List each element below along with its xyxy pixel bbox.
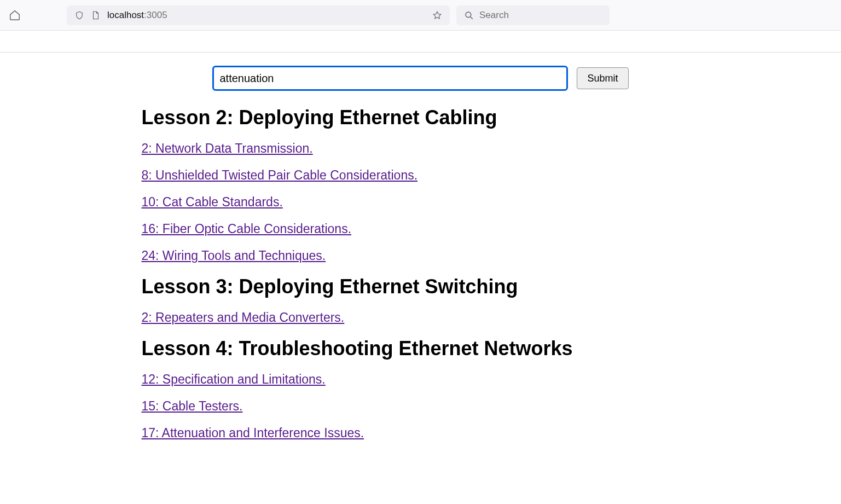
bookmarks-bar bbox=[0, 31, 841, 53]
list-item: 2: Network Data Transmission. bbox=[142, 141, 700, 156]
submit-button[interactable]: Submit bbox=[577, 67, 628, 89]
search-icon bbox=[464, 10, 474, 20]
section-heading: Lesson 3: Deploying Ethernet Switching bbox=[142, 275, 700, 298]
page-content: Submit Lesson 2: Deploying Ethernet Cabl… bbox=[120, 53, 722, 464]
list-item: 12: Specification and Limitations. bbox=[142, 372, 700, 387]
browser-toolbar: localhost:3005 Search bbox=[0, 0, 841, 31]
page-icon bbox=[91, 10, 101, 20]
search-input[interactable] bbox=[212, 66, 568, 91]
result-link[interactable]: 15: Cable Testers. bbox=[142, 399, 243, 413]
result-link[interactable]: 16: Fiber Optic Cable Considerations. bbox=[142, 222, 352, 236]
section-heading: Lesson 4: Troubleshooting Ethernet Netwo… bbox=[142, 337, 700, 360]
list-item: 16: Fiber Optic Cable Considerations. bbox=[142, 222, 700, 236]
bookmark-star-icon[interactable] bbox=[432, 10, 442, 20]
browser-search-placeholder: Search bbox=[479, 10, 509, 21]
shield-icon bbox=[74, 10, 84, 20]
list-item: 10: Cat Cable Standards. bbox=[142, 195, 700, 210]
url-host: localhost bbox=[107, 10, 144, 20]
list-item: 15: Cable Testers. bbox=[142, 399, 700, 414]
result-link[interactable]: 10: Cat Cable Standards. bbox=[142, 195, 283, 209]
home-icon[interactable] bbox=[9, 9, 21, 21]
result-link[interactable]: 8: Unshielded Twisted Pair Cable Conside… bbox=[142, 168, 418, 182]
result-link[interactable]: 2: Repeaters and Media Converters. bbox=[142, 310, 345, 325]
url-port: :3005 bbox=[144, 10, 167, 20]
results: Lesson 2: Deploying Ethernet Cabling 2: … bbox=[142, 106, 700, 441]
result-link[interactable]: 2: Network Data Transmission. bbox=[142, 141, 313, 155]
url-bar[interactable]: localhost:3005 bbox=[67, 5, 450, 25]
url-text: localhost:3005 bbox=[107, 10, 426, 21]
browser-search-bar[interactable]: Search bbox=[456, 5, 610, 25]
section-heading: Lesson 2: Deploying Ethernet Cabling bbox=[142, 106, 700, 129]
result-link[interactable]: 12: Specification and Limitations. bbox=[142, 372, 326, 386]
list-item: 2: Repeaters and Media Converters. bbox=[142, 310, 700, 325]
svg-line-1 bbox=[471, 17, 473, 19]
list-item: 24: Wiring Tools and Techniques. bbox=[142, 248, 700, 263]
result-link[interactable]: 17: Attenuation and Interference Issues. bbox=[142, 426, 364, 440]
list-item: 8: Unshielded Twisted Pair Cable Conside… bbox=[142, 168, 700, 183]
list-item: 17: Attenuation and Interference Issues. bbox=[142, 426, 700, 441]
search-row: Submit bbox=[142, 66, 700, 91]
result-link[interactable]: 24: Wiring Tools and Techniques. bbox=[142, 248, 326, 263]
svg-point-0 bbox=[466, 12, 471, 18]
